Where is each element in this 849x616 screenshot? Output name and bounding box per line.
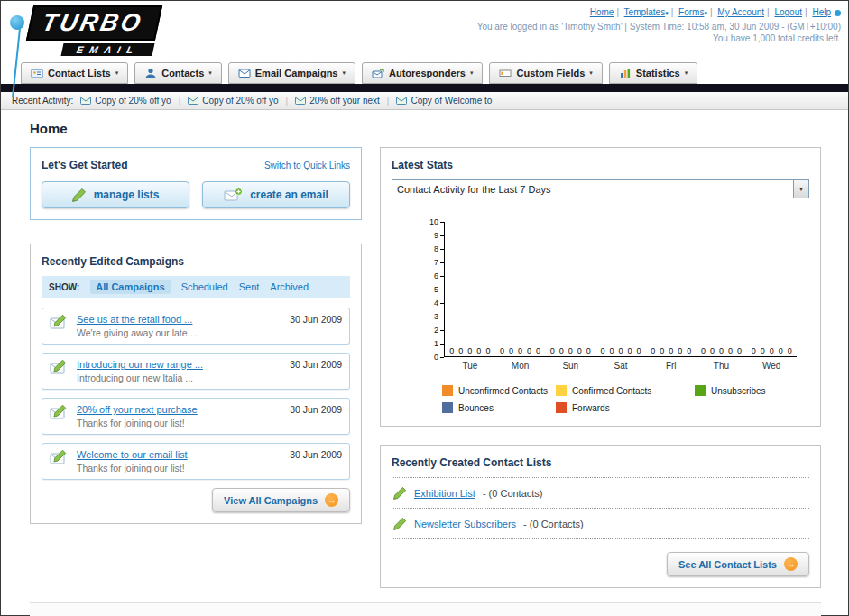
data-value-label: 0	[687, 346, 691, 355]
campaign-link[interactable]: 20% off your next purchase	[77, 404, 282, 415]
link-home[interactable]: Home	[590, 7, 614, 17]
data-value-label: 0	[701, 346, 706, 355]
chevron-down-icon: ▾	[208, 69, 212, 77]
contact-list-count: - (0 Contacts)	[523, 519, 584, 529]
app-window: TURBO EMAIL Home| Templates▾| Forms▾| My…	[0, 0, 849, 616]
contact-list-link[interactable]: Newsletter Subscribers	[414, 519, 516, 529]
contact-list-count: - (0 Contacts)	[483, 488, 543, 499]
campaign-link[interactable]: See us at the retail food ...	[77, 314, 282, 325]
separator: |	[767, 7, 770, 17]
legend-swatch	[695, 385, 706, 396]
recent-activity-item[interactable]: 20% off your next	[295, 96, 380, 106]
create-email-button[interactable]: create an email	[202, 181, 350, 208]
recent-activity-item[interactable]: Copy of 20% off yo	[188, 96, 278, 106]
data-value-label: 0	[518, 346, 522, 355]
campaign-desc: Thanks for joining our list!	[77, 418, 282, 428]
campaign-row: Welcome to our email list Thanks for joi…	[42, 443, 350, 480]
chart-plot-area: 00000000000000000000000000000000000	[444, 222, 797, 357]
header-right: Home| Templates▾| Forms▾| My Account| Lo…	[477, 5, 841, 57]
campaign-filters: SHOW: All Campaigns Scheduled Sent Archi…	[42, 276, 350, 298]
filter-scheduled[interactable]: Scheduled	[181, 281, 228, 292]
get-started-panel: Let's Get Started Switch to Quick Links …	[30, 147, 362, 220]
separator: |	[805, 7, 807, 17]
legend-item: Confirmed Contacts	[556, 385, 695, 396]
data-value-label: 0	[527, 346, 531, 355]
contact-list-item: Newsletter Subscribers - (0 Contacts)	[392, 509, 809, 539]
manage-lists-button[interactable]: manage lists	[42, 181, 189, 208]
pencil-icon	[393, 517, 407, 530]
link-my-account[interactable]: My Account	[717, 7, 764, 17]
chevron-down-icon: ▾	[685, 69, 688, 77]
chart-group: 00000	[746, 222, 797, 356]
stats-period-select[interactable]: Contact Activity for the Last 7 Days	[392, 179, 809, 198]
campaign-date: 30 Jun 2009	[290, 314, 342, 338]
link-forms[interactable]: Forms	[678, 7, 704, 17]
campaign-date: 30 Jun 2009	[290, 404, 342, 428]
app-logo[interactable]: TURBO EMAIL	[10, 5, 235, 57]
contact-list-item: Exhibition List - (0 Contacts)	[392, 478, 809, 509]
chart-group: 00000	[595, 222, 646, 356]
view-all-campaigns-label: View All Campaigns	[224, 495, 318, 506]
autoresponder-icon	[372, 67, 384, 79]
see-all-contact-lists-button[interactable]: See All Contact Lists	[667, 552, 809, 576]
data-value-label: 0	[500, 346, 504, 355]
switch-quick-links-link[interactable]: Switch to Quick Links	[264, 161, 350, 170]
chevron-down-icon: ▾	[704, 10, 707, 16]
campaign-link[interactable]: Welcome to our email list	[77, 449, 282, 460]
x-axis-label: Sat	[595, 357, 646, 371]
data-value-label: 0	[788, 346, 792, 355]
data-value-label: 0	[628, 346, 632, 355]
filter-sent[interactable]: Sent	[239, 281, 260, 292]
envelope-icon	[295, 97, 306, 105]
chevron-down-icon: ▾	[589, 69, 593, 77]
tab-autoresponders[interactable]: Autoresponders▾	[362, 62, 483, 84]
filter-archived[interactable]: Archived	[270, 281, 309, 292]
tab-email-campaigns[interactable]: Email Campaigns▾	[228, 62, 355, 84]
stats-period-value: Contact Activity for the Last 7 Days	[397, 184, 551, 195]
legend-item: Unsubscribes	[695, 385, 809, 396]
x-axis-label: Fri	[646, 357, 697, 371]
campaign-link[interactable]: Introducing our new range ...	[77, 359, 282, 370]
link-help[interactable]: Help	[812, 7, 831, 17]
envelope-pencil-icon	[50, 449, 69, 473]
see-all-contact-lists-label: See All Contact Lists	[678, 559, 777, 570]
recent-activity-text: Copy of 20% off yo	[95, 96, 171, 106]
link-templates[interactable]: Templates	[624, 7, 666, 17]
envelope-pencil-icon	[50, 314, 69, 338]
filter-all-campaigns[interactable]: All Campaigns	[90, 280, 170, 294]
envelope-pencil-icon	[50, 404, 69, 428]
x-axis-label: Sun	[545, 357, 595, 371]
data-value-label: 0	[719, 346, 724, 355]
tab-contacts[interactable]: Contacts▾	[134, 62, 222, 84]
contact-list-link[interactable]: Exhibition List	[414, 488, 475, 499]
data-value-label: 0	[458, 346, 463, 355]
page-title: Home	[30, 121, 821, 136]
data-value-label: 0	[559, 346, 564, 355]
tab-label: Contact Lists	[48, 68, 111, 78]
view-all-campaigns-button[interactable]: View All Campaigns	[212, 488, 350, 512]
recent-activity-item[interactable]: Copy of Welcome to	[396, 96, 492, 106]
campaign-date: 30 Jun 2009	[290, 449, 342, 473]
envelope-icon	[188, 97, 198, 105]
recent-activity-item[interactable]: Copy of 20% off yo	[80, 96, 171, 106]
campaign-desc: We're giving away our late ...	[77, 327, 282, 338]
data-value-label: 0	[485, 346, 490, 355]
legend-swatch	[442, 402, 453, 413]
data-value-label: 0	[449, 346, 454, 355]
help-bullet-icon	[835, 10, 841, 16]
chevron-down-icon: ▾	[342, 69, 346, 77]
tab-statistics[interactable]: Statistics▾	[609, 62, 697, 84]
main-nav: Contact Lists▾ Contacts▾ Email Campaigns…	[1, 57, 848, 84]
header: TURBO EMAIL Home| Templates▾| Forms▾| My…	[1, 1, 848, 57]
chart-group: 00000	[545, 222, 595, 356]
logo-wordmark-email: EMAIL	[61, 43, 155, 56]
arrow-right-icon	[784, 557, 798, 571]
data-value-label: 0	[651, 346, 655, 355]
tab-contact-lists[interactable]: Contact Lists▾	[21, 62, 128, 84]
tab-custom-fields[interactable]: Custom Fields▾	[489, 62, 602, 84]
recent-activity-text: 20% off your next	[309, 96, 380, 106]
data-value-label: 0	[619, 346, 623, 355]
data-value-label: 0	[637, 346, 641, 355]
link-logout[interactable]: Logout	[774, 7, 802, 17]
legend-item: Bounces	[442, 402, 556, 413]
